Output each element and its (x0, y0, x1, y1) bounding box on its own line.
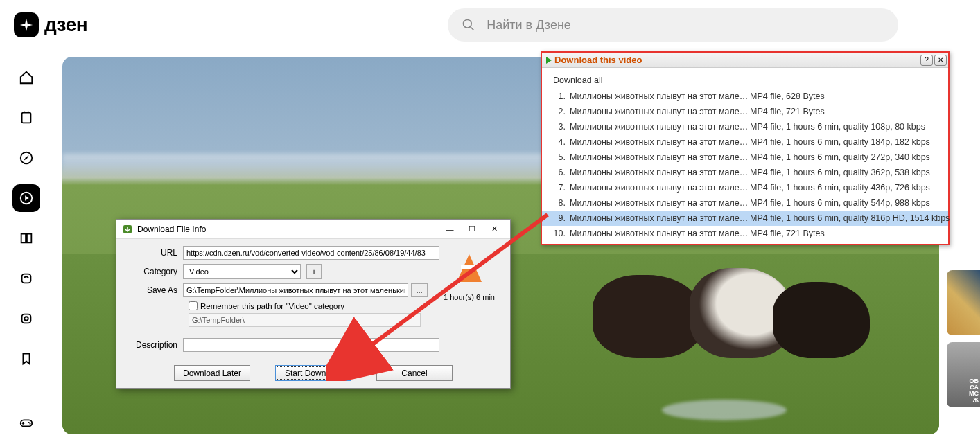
idm-close-button[interactable]: ✕ (934, 55, 947, 66)
sidebar (0, 50, 53, 435)
start-download-button[interactable]: Start Download (275, 365, 351, 381)
idm-download-popup: Download this video ? ✕ Download all 1.М… (541, 51, 950, 245)
svg-rect-4 (22, 274, 31, 283)
minimize-button[interactable]: — (439, 222, 460, 236)
thumb-2[interactable] (947, 342, 980, 407)
header: дзен Найти в Дзене (0, 0, 980, 50)
url-input[interactable] (183, 246, 439, 260)
idm-download-all[interactable]: Download all (542, 71, 948, 89)
remember-label: Remember this path for "Video" category (200, 302, 344, 310)
sidebar-news[interactable] (12, 104, 40, 132)
idm-list-item[interactable]: 1.Миллионы животных плывут на этот мален… (542, 89, 948, 104)
search-icon (462, 18, 475, 32)
file-duration: 1 hour(s) 6 min (438, 293, 500, 301)
path-readonly (189, 313, 421, 327)
remember-checkbox[interactable] (189, 301, 198, 310)
thumb-1[interactable] (947, 270, 980, 335)
search-placeholder: Найти в Дзене (487, 18, 571, 33)
idm-download-list: Download all 1.Миллионы животных плывут … (542, 68, 948, 244)
sidebar-explore[interactable] (12, 144, 40, 172)
svg-point-8 (28, 422, 30, 423)
right-thumbnails (947, 270, 980, 407)
idm-popup-titlebar: Download this video ? ✕ (542, 53, 948, 68)
idm-popup-title: Download this video (554, 55, 919, 65)
maximize-button[interactable]: ☐ (462, 222, 482, 236)
idm-app-icon (122, 224, 133, 235)
browse-button[interactable]: ... (411, 283, 428, 297)
svg-line-1 (471, 27, 474, 30)
sidebar-shorts[interactable] (12, 305, 40, 332)
close-button[interactable]: ✕ (484, 222, 505, 236)
idm-list-item[interactable]: 9.Миллионы животных плывут на этот мален… (542, 211, 948, 226)
category-select[interactable]: Video (183, 264, 301, 279)
url-label: URL (125, 248, 183, 258)
dialog-title: Download File Info (137, 224, 438, 234)
cancel-button[interactable]: Cancel (376, 365, 453, 381)
description-input[interactable] (183, 338, 439, 352)
file-preview: 1 hour(s) 6 min (438, 254, 500, 301)
description-label: Description (125, 340, 183, 350)
idm-file-info-dialog: Download File Info — ☐ ✕ URL Category Vi… (116, 219, 511, 389)
dialog-titlebar: Download File Info — ☐ ✕ (116, 220, 510, 239)
vlc-icon (454, 254, 484, 289)
logo[interactable]: дзен (14, 12, 87, 37)
idm-help-button[interactable]: ? (920, 55, 933, 66)
idm-list-item[interactable]: 6.Миллионы животных плывут на этот мален… (542, 165, 948, 180)
idm-list-item[interactable]: 10.Миллионы животных плывут на этот мале… (542, 226, 948, 241)
idm-list-item[interactable]: 8.Миллионы животных плывут на этот мален… (542, 195, 948, 211)
sidebar-bookmark[interactable] (12, 345, 40, 373)
idm-list-item[interactable]: 5.Миллионы животных плывут на этот мален… (542, 150, 948, 165)
svg-rect-5 (22, 314, 31, 323)
add-category-button[interactable]: + (306, 264, 322, 279)
category-label: Category (125, 267, 183, 276)
svg-point-6 (24, 317, 28, 321)
svg-point-9 (29, 423, 30, 425)
idm-list-item[interactable]: 7.Миллионы животных плывут на этот мален… (542, 180, 948, 195)
sidebar-games[interactable] (12, 409, 40, 435)
sidebar-home[interactable] (12, 64, 40, 91)
logo-text: дзен (44, 14, 87, 36)
idm-list-item[interactable]: 3.Миллионы животных плывут на этот мален… (542, 119, 948, 134)
download-later-button[interactable]: Download Later (174, 365, 250, 381)
saveas-input[interactable] (183, 283, 408, 297)
video-content-herd (593, 247, 911, 372)
play-icon (546, 57, 552, 64)
svg-point-0 (464, 20, 472, 28)
logo-star-icon (14, 12, 39, 37)
saveas-label: Save As (125, 285, 183, 295)
sidebar-video[interactable] (12, 184, 40, 212)
idm-list-item[interactable]: 4.Миллионы животных плывут на этот мален… (542, 134, 948, 150)
idm-list-item[interactable]: 2.Миллионы животных плывут на этот мален… (542, 104, 948, 119)
sidebar-music[interactable] (12, 265, 40, 292)
sidebar-books[interactable] (12, 224, 40, 252)
search-input[interactable]: Найти в Дзене (448, 8, 898, 42)
